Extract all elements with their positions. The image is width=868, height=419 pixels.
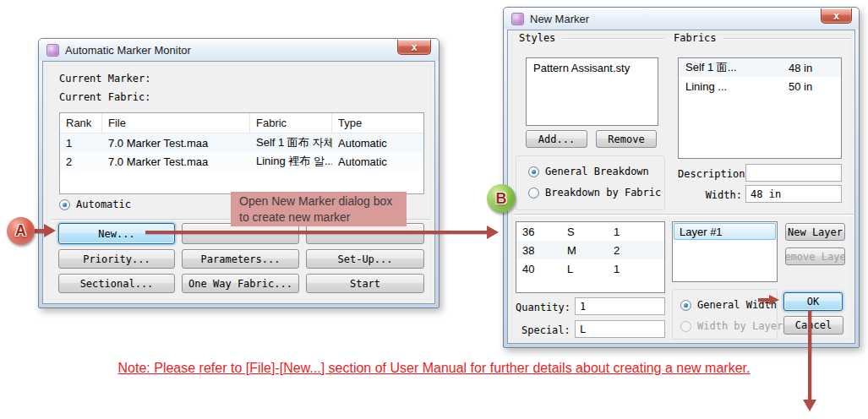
styles-group-label: Styles bbox=[519, 32, 664, 44]
app-icon bbox=[46, 44, 59, 57]
close-button[interactable]: x bbox=[821, 8, 852, 24]
radio-icon bbox=[680, 321, 691, 332]
close-button[interactable]: x bbox=[397, 40, 431, 55]
width-by-layer-radio[interactable]: Width by Layer bbox=[680, 320, 783, 332]
size-qty: 2 bbox=[614, 244, 620, 257]
width-label: Width: bbox=[678, 189, 742, 201]
monitor-body: Current Marker: Current Fabric: Rank Fil… bbox=[42, 61, 435, 304]
arrow-ok-head-icon bbox=[769, 295, 779, 305]
size-code: M bbox=[567, 244, 614, 257]
parameters-button[interactable]: Parameters... bbox=[182, 249, 299, 269]
step-badge-a: A bbox=[7, 217, 35, 245]
arrow-down-line bbox=[808, 310, 811, 401]
arrow-new-to-dialog-head-icon bbox=[487, 226, 499, 239]
ok-button[interactable]: OK bbox=[783, 292, 843, 311]
cell-file: 7.0 Marker Test.maa bbox=[102, 133, 250, 152]
new-marker-window: New Marker x Styles Fabrics Pattern Assi… bbox=[503, 7, 860, 348]
special-field[interactable]: L bbox=[575, 320, 665, 338]
fabric-width: 50 in bbox=[789, 80, 812, 93]
current-fabric-label: Current Fabric: bbox=[59, 91, 150, 103]
special-label: Special: bbox=[521, 324, 570, 336]
width-field[interactable]: 48 in bbox=[745, 185, 842, 203]
description-field[interactable] bbox=[745, 164, 842, 182]
automatic-radio-label: Automatic bbox=[76, 199, 131, 210]
close-icon: x bbox=[833, 11, 839, 21]
cell-type: Automatic bbox=[332, 152, 423, 171]
app-icon bbox=[511, 13, 524, 25]
step-badge-b: B bbox=[487, 184, 516, 213]
radio-icon bbox=[528, 166, 539, 177]
new-marker-titlebar[interactable]: New Marker bbox=[504, 8, 859, 30]
current-marker-label: Current Marker: bbox=[59, 73, 150, 84]
list-item[interactable]: Self 1 面... 48 in bbox=[679, 58, 841, 77]
radio-icon bbox=[528, 188, 539, 199]
col-header-fabric[interactable]: Fabric bbox=[250, 113, 332, 133]
size-list[interactable]: 36 S 1 38 M 2 40 L 1 bbox=[516, 221, 665, 293]
fabric-width: 48 in bbox=[789, 62, 812, 74]
cell-rank: 1 bbox=[60, 133, 102, 152]
arrow-a-head-icon bbox=[44, 224, 56, 237]
quantity-field[interactable]: 1 bbox=[575, 297, 665, 315]
add-button[interactable]: Add... bbox=[526, 130, 587, 148]
list-item[interactable]: Pattern Assisant.sty bbox=[527, 58, 658, 77]
cancel-button[interactable]: Cancel bbox=[783, 316, 843, 335]
monitor-titlebar[interactable]: Automatic Marker Monitor bbox=[39, 39, 439, 61]
cell-file: 7.0 Marker Test.maa bbox=[102, 152, 250, 171]
priority-button[interactable]: Priority... bbox=[58, 249, 175, 269]
list-item-selected[interactable]: Layer #1 bbox=[674, 223, 776, 240]
list-item[interactable]: Lining ... 50 in bbox=[679, 77, 841, 95]
remove-layer-button[interactable]: Remove Layer bbox=[785, 248, 845, 265]
size-qty: 1 bbox=[614, 226, 620, 238]
arrow-down-head-icon bbox=[803, 400, 816, 411]
cell-fabric: Self 1 面布 자체 bbox=[250, 133, 332, 152]
size-row[interactable]: 40 L 1 bbox=[516, 259, 664, 278]
width-mode-group: General Width Width by Layer bbox=[672, 289, 778, 340]
note-text: Note: Please refer to [File]-[New...] se… bbox=[0, 361, 868, 376]
new-layer-button[interactable]: New Layer bbox=[785, 223, 845, 241]
quantity-label: Quantity: bbox=[516, 302, 570, 313]
automatic-marker-monitor-window: Automatic Marker Monitor x Current Marke… bbox=[38, 38, 439, 308]
size-value: 40 bbox=[522, 263, 567, 275]
col-header-file[interactable]: File bbox=[102, 113, 250, 133]
breakdown-group: General Breakdown Breakdown by Fabric bbox=[516, 155, 665, 210]
size-row[interactable]: 36 S 1 bbox=[516, 222, 664, 241]
general-breakdown-radio[interactable]: General Breakdown bbox=[528, 166, 649, 177]
fabrics-list[interactable]: Self 1 面... 48 in Lining ... 50 in bbox=[678, 57, 842, 159]
automatic-radio[interactable]: Automatic bbox=[59, 199, 131, 210]
radio-icon bbox=[59, 199, 70, 210]
sectional-button[interactable]: Sectional... bbox=[58, 274, 175, 293]
fabric-name: Lining ... bbox=[685, 80, 789, 93]
one-way-fabric-button[interactable]: One Way Fabric... bbox=[182, 274, 299, 293]
setup-button[interactable]: Set-Up... bbox=[306, 249, 424, 269]
marker-table-header: Rank File Fabric Type bbox=[60, 113, 423, 133]
callout-tooltip: Open New Marker dialog box to create new… bbox=[231, 192, 407, 226]
table-row[interactable]: 2 7.0 Marker Test.maa Lining 裡布 알... Aut… bbox=[60, 152, 423, 171]
new-marker-window-title: New Marker bbox=[530, 13, 589, 25]
breakdown-by-fabric-radio[interactable]: Breakdown by Fabric bbox=[528, 187, 661, 199]
arrow-new-to-dialog-line bbox=[145, 231, 489, 234]
col-header-rank[interactable]: Rank bbox=[60, 113, 102, 133]
size-value: 38 bbox=[522, 244, 567, 257]
col-header-type[interactable]: Type bbox=[332, 113, 423, 133]
size-code: L bbox=[567, 263, 614, 275]
cell-rank: 2 bbox=[60, 152, 102, 171]
start-button[interactable]: Start bbox=[306, 274, 424, 293]
close-icon: x bbox=[412, 42, 418, 52]
marker-table[interactable]: Rank File Fabric Type 1 7.0 Marker Test.… bbox=[59, 112, 424, 194]
table-row[interactable]: 1 7.0 Marker Test.maa Self 1 面布 자체 Autom… bbox=[60, 133, 423, 152]
monitor-window-title: Automatic Marker Monitor bbox=[65, 44, 191, 57]
layer-list[interactable]: Layer #1 bbox=[672, 221, 778, 282]
new-marker-body: Styles Fabrics Pattern Assisant.sty Add.… bbox=[507, 30, 855, 344]
description-label: Description: bbox=[678, 168, 742, 180]
separator bbox=[513, 214, 854, 215]
size-qty: 1 bbox=[614, 263, 620, 275]
remove-button[interactable]: Remove bbox=[596, 130, 657, 148]
radio-icon bbox=[680, 300, 691, 311]
size-value: 36 bbox=[522, 226, 567, 238]
cell-fabric: Lining 裡布 알... bbox=[250, 152, 332, 171]
size-row[interactable]: 38 M 2 bbox=[516, 241, 664, 259]
fabric-name: Self 1 面... bbox=[685, 60, 789, 75]
styles-list[interactable]: Pattern Assisant.sty bbox=[526, 57, 658, 126]
cell-type: Automatic bbox=[332, 133, 423, 152]
size-code: S bbox=[567, 226, 614, 238]
